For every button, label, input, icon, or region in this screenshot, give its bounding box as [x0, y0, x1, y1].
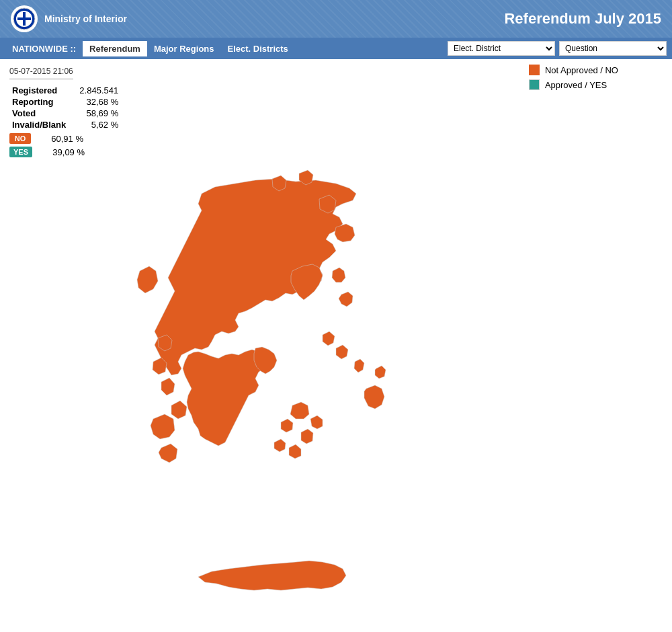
elect-district-select[interactable]: Elect. District — [448, 41, 555, 56]
registered-label: Registered — [9, 85, 74, 96]
nav-referendum[interactable]: Referendum — [83, 41, 147, 56]
header: Ministry of Interior Referendum July 201… — [0, 0, 672, 38]
no-badge: NO — [9, 133, 31, 144]
nav-nationwide[interactable]: NATIONWIDE :: — [5, 41, 83, 56]
invalid-row: Invalid/Blank 5,62 % — [9, 119, 121, 130]
reporting-value: 32,68 % — [74, 96, 121, 108]
nav-elect-districts[interactable]: Elect. Districts — [221, 41, 295, 56]
nav-dropdowns: Elect. District Question — [448, 41, 667, 56]
header-left: Ministry of Interior — [11, 5, 127, 32]
legend-yes-label: Approved / YES — [545, 80, 607, 90]
voted-value: 58,69 % — [74, 108, 121, 119]
voted-label: Voted — [9, 108, 74, 119]
greece-map — [94, 140, 470, 632]
timestamp: 05-07-2015 21:06 — [9, 67, 73, 79]
registered-row: Registered 2.845.541 — [9, 85, 121, 96]
legend-no: Not Approved / NO — [529, 65, 618, 75]
map-legend: Not Approved / NO Approved / YES — [529, 65, 618, 90]
yes-badge: YES — [9, 147, 32, 157]
content: 05-07-2015 21:06 Registered 2.845.541 Re… — [0, 59, 672, 171]
question-select[interactable]: Question — [559, 41, 667, 56]
reporting-label: Reporting — [9, 96, 74, 108]
registered-value: 2.845.541 — [74, 85, 121, 96]
legend-yes: Approved / YES — [529, 79, 618, 90]
no-percentage: 60,91 % — [36, 134, 83, 144]
nav-major-regions[interactable]: Major Regions — [147, 41, 221, 56]
invalid-value: 5,62 % — [74, 119, 121, 130]
ministry-name: Ministry of Interior — [44, 13, 127, 24]
navbar: NATIONWIDE :: Referendum Major Regions E… — [0, 38, 672, 59]
invalid-label: Invalid/Blank — [9, 119, 74, 130]
svg-rect-3 — [17, 17, 31, 20]
legend-no-label: Not Approved / NO — [545, 65, 618, 75]
map-area — [94, 140, 470, 632]
voted-row: Voted 58,69 % — [9, 108, 121, 119]
page-title: Referendum July 2015 — [504, 10, 661, 28]
yes-percentage: 39,09 % — [38, 147, 85, 157]
logo-icon — [11, 5, 38, 32]
legend-no-box — [529, 65, 540, 75]
reporting-row: Reporting 32,68 % — [9, 96, 121, 108]
legend-yes-box — [529, 79, 540, 90]
